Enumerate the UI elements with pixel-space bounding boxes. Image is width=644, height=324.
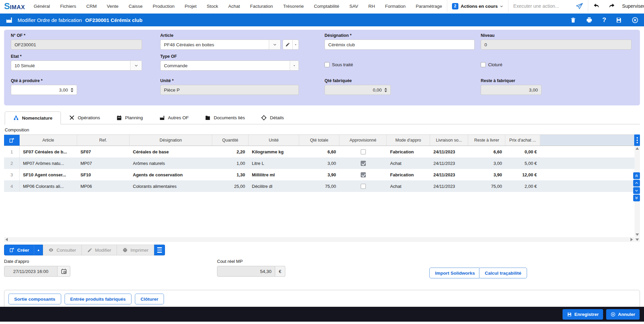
menu-sav[interactable]: SAV [349,4,358,9]
go-first-button[interactable] [633,172,640,179]
undo-button[interactable] [593,2,600,10]
page-subtitle: OF230001 Cérémix club [85,17,142,23]
menu-production[interactable]: Production [153,4,175,9]
modifier-button[interactable]: Modifier [82,245,117,255]
calcul-tracabilite-button[interactable]: Calcul traçabilité [479,268,527,278]
qte-fabriquee-stepper[interactable]: 0,00 [325,85,391,95]
menu-caisse[interactable]: Caisse [128,4,142,9]
delete-button[interactable] [570,17,576,23]
table-row[interactable]: 3 SF10 Agent conser... SF10 Agents de co… [4,169,640,180]
approvisionne-checkbox[interactable] [361,149,366,154]
niveau-field[interactable]: 0 [481,40,631,50]
consulter-button[interactable]: Consulter [43,245,82,255]
menu-formation[interactable]: Formation [385,4,406,9]
execute-action-input[interactable] [513,3,576,9]
simax-logo[interactable]: S IMAX [4,2,25,11]
article-select[interactable]: PF48 Céréales en boites [160,40,281,50]
cloturer-button[interactable]: Clôturer [135,294,164,304]
eye-icon [48,247,54,253]
menu-crm[interactable]: CRM [86,4,97,9]
type-of-select[interactable]: Commande [160,60,299,71]
actions-en-cours-dropdown[interactable]: 2 Actions en cours [452,3,504,9]
table-row[interactable]: 4 MP06 Colorants ali... MP06 Colorants a… [4,180,640,192]
tab-operations[interactable]: Opérations [61,111,108,124]
date-appro-field[interactable]: 27/11/2023 16:00 [4,266,57,277]
menu-vente[interactable]: Vente [107,4,119,9]
unite-field[interactable]: Pièce P [160,85,299,95]
go-down-button[interactable] [633,187,640,194]
col-header-article[interactable]: Article [20,135,77,146]
scrollbar-corner[interactable] [635,237,640,242]
import-solidworks-button[interactable]: Import Solidworks [429,268,481,278]
spin-down-icon[interactable] [384,91,387,92]
imprimer-button[interactable]: Imprimer [117,245,154,255]
designation-field[interactable]: Cérémix club [325,40,475,50]
save-title-button[interactable] [616,17,622,23]
tab-planning[interactable]: Planning [108,111,151,124]
tab-nomenclature[interactable]: Nomenclature [5,111,61,124]
horizontal-scrollbar[interactable] [4,237,634,242]
creer-dropdown-caret[interactable]: ▲ [34,245,43,255]
menu-general[interactable]: Général [34,4,50,9]
table-row[interactable]: 2 MP07 Arômes natu... MP07 Arômes nature… [4,157,640,169]
cout-reel-mp-field[interactable]: 54,30 [217,266,275,277]
approvisionne-checkbox[interactable] [361,172,366,177]
sortie-composants-button[interactable]: Sortie composants [8,294,61,304]
menu-achat[interactable]: Achat [228,4,240,9]
col-header-mode-appro[interactable]: Mode d'appro [387,135,430,146]
etat-select[interactable]: 10 Simulé [11,60,142,71]
close-window-button[interactable] [631,17,639,24]
annuler-button[interactable]: Annuler [606,309,640,320]
help-button[interactable]: ? [602,16,606,24]
reste-a-fabriquer-field[interactable]: 3,00 [481,85,542,95]
scroll-left-arrow[interactable] [5,238,8,241]
menu-fichiers[interactable]: Fichiers [60,4,76,9]
redo-button[interactable] [608,2,615,10]
spin-up-icon[interactable] [384,88,387,90]
table-row[interactable]: 1 SF07 Céréales de b... SF07 Céréales de… [4,146,640,157]
col-header-designation[interactable]: Désignation [129,135,212,146]
approvisionne-checkbox[interactable] [361,184,366,189]
menu-rh[interactable]: RH [368,4,375,9]
spin-down-icon[interactable] [71,91,73,92]
spin-up-icon[interactable] [71,88,73,90]
col-header-livraison[interactable]: Livraison so... [430,135,468,146]
creer-split-button[interactable]: Créer ▲ [4,245,43,255]
menu-facturation[interactable]: Facturation [250,4,273,9]
date-picker-button[interactable] [57,266,70,277]
add-row-button[interactable] [4,135,20,146]
go-last-button[interactable] [633,195,640,201]
scroll-right-arrow[interactable] [630,238,633,241]
tab-autres-of[interactable]: Autres OF [151,111,197,124]
col-header-reste-a-livrer[interactable]: Reste à livrer [468,135,505,146]
col-header-qte-totale[interactable]: Qté totale [299,135,339,146]
menu-parametrage[interactable]: Paramétrage [416,4,442,9]
tab-details[interactable]: Détails [253,111,292,124]
col-header-prix-achat[interactable]: Prix d'achat ... [505,135,540,146]
col-header-quantite[interactable]: Quantité [212,135,248,146]
print-button[interactable] [586,17,593,23]
enregistrer-button[interactable]: Enregistrer [563,309,603,320]
menu-projet[interactable]: Projet [185,4,196,9]
tab-documents-lies[interactable]: Documents liés [197,111,253,124]
approvisionne-checkbox[interactable] [361,161,366,166]
go-up-button[interactable] [633,180,640,186]
no-of-label: N° OF * [11,33,142,38]
send-button[interactable] [576,2,583,10]
menu-tresorerie[interactable]: Trésorerie [283,4,304,9]
menu-comptabilite[interactable]: Comptabilité [314,4,339,9]
scroll-up-arrow[interactable] [636,147,639,150]
col-header-approvisionne[interactable]: Approvisionné [339,135,387,146]
qte-a-produire-stepper[interactable]: 3,00 [11,85,77,95]
col-header-ref[interactable]: Ref. [77,135,129,146]
column-options-button[interactable] [634,134,640,146]
sous-traite-checkbox[interactable]: Sous traité [325,62,353,67]
cloture-checkbox[interactable]: Cloturé [481,62,502,67]
menu-stock[interactable]: Stock [207,4,218,9]
article-edit-split-button[interactable] [283,40,299,50]
entree-produits-fabriques-button[interactable]: Entrée produits fabriqués [65,294,132,304]
scroll-down-arrow[interactable] [636,233,639,236]
more-actions-button[interactable] [154,245,165,255]
no-of-field[interactable]: OF230001 [11,40,142,50]
col-header-unite[interactable]: Unité [248,135,299,146]
